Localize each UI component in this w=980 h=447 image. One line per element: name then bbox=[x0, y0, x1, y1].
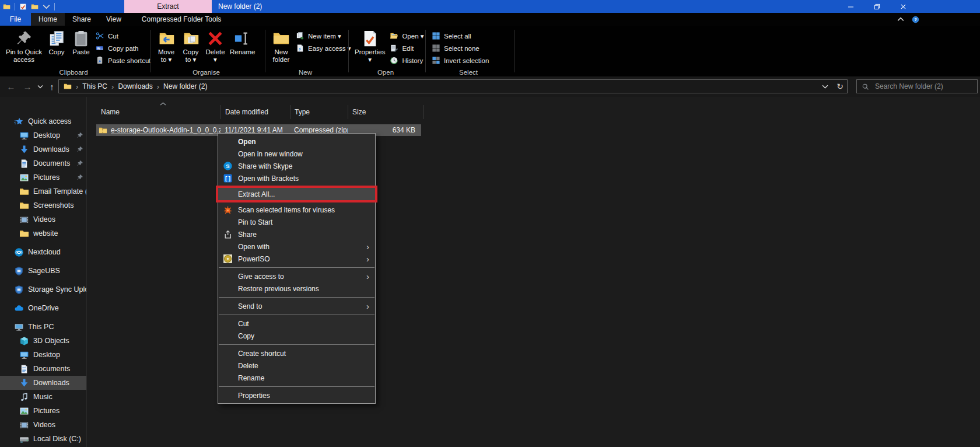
refresh-icon[interactable]: ↻ bbox=[836, 82, 844, 91]
ribbon-button[interactable]: W Copy path bbox=[96, 43, 151, 53]
ribbon-button[interactable]: Cut bbox=[96, 31, 151, 41]
context-menu-item[interactable]: Open in new window › bbox=[218, 148, 375, 160]
sidebar-item[interactable]: Pictures bbox=[0, 404, 86, 418]
breadcrumb-item[interactable]: Downloads bbox=[118, 82, 152, 90]
ribbon-button[interactable]: Paste bbox=[69, 28, 93, 65]
context-menu-item[interactable]: Restore previous versions › bbox=[218, 282, 375, 295]
context-menu-item[interactable]: Extract All... › bbox=[218, 188, 375, 200]
ribbon-button[interactable]: History bbox=[390, 55, 424, 65]
ribbon-tab[interactable]: Home bbox=[31, 13, 65, 26]
column-header[interactable]: Size bbox=[348, 105, 424, 119]
ribbon-button[interactable]: Properties▾ bbox=[352, 28, 387, 65]
help-icon[interactable]: ? bbox=[912, 16, 919, 23]
breadcrumb-item[interactable]: New folder (2) bbox=[163, 82, 207, 90]
sidebar-item[interactable]: Desktop bbox=[0, 128, 86, 142]
objects3d-icon bbox=[19, 336, 29, 346]
forward-icon[interactable]: → bbox=[21, 76, 34, 97]
context-menu-item[interactable]: Open › bbox=[218, 135, 375, 148]
context-menu-item[interactable]: Scan selected items for viruses › bbox=[218, 204, 375, 216]
context-menu-item[interactable]: Properties › bbox=[218, 389, 375, 401]
column-header[interactable]: Type bbox=[290, 105, 348, 119]
ribbon-button[interactable]: Select all bbox=[432, 31, 489, 41]
sidebar-item[interactable]: website bbox=[0, 226, 86, 240]
up-icon[interactable]: ↑ bbox=[46, 76, 58, 97]
ribbon-button[interactable]: Newfolder bbox=[269, 28, 293, 65]
ribbon-button[interactable]: Paste shortcut bbox=[96, 55, 151, 65]
ribbon-contextual-header-extract[interactable]: Extract bbox=[124, 0, 212, 13]
context-menu-item[interactable]: Delete › bbox=[218, 359, 375, 372]
chevron-up-icon[interactable] bbox=[897, 17, 904, 22]
back-icon[interactable]: ← bbox=[5, 76, 18, 97]
recent-locations-dropdown[interactable] bbox=[36, 76, 45, 97]
ribbon-button[interactable]: Open ▾ bbox=[390, 31, 424, 41]
ribbon-button[interactable]: Rename bbox=[228, 28, 257, 65]
ribbon-button[interactable]: Delete▾ bbox=[203, 28, 228, 65]
breadcrumb-item[interactable]: This PC bbox=[82, 82, 107, 90]
context-menu-item[interactable]: Open with › bbox=[218, 240, 375, 253]
ribbon-button[interactable]: Moveto ▾ bbox=[154, 28, 178, 65]
sidebar-item-label: Downloads bbox=[33, 379, 69, 387]
context-menu-item[interactable]: Copy › bbox=[218, 330, 375, 342]
context-menu-item[interactable]: [] Open with Brackets › bbox=[218, 172, 375, 184]
folder-icon[interactable] bbox=[3, 3, 10, 11]
ribbon-button[interactable]: Pin to Quickaccess bbox=[4, 28, 44, 65]
sidebar-item[interactable]: Downloads bbox=[0, 376, 86, 390]
column-header[interactable]: Date modified bbox=[220, 105, 290, 119]
context-menu-item[interactable]: PowerISO › bbox=[218, 253, 375, 265]
window-button[interactable] bbox=[890, 0, 916, 13]
tab-file[interactable]: File bbox=[0, 13, 31, 26]
ribbon-button[interactable]: New item ▾ bbox=[296, 31, 351, 41]
sidebar-item[interactable]: Nextcloud bbox=[0, 245, 86, 259]
context-menu-separator bbox=[219, 297, 374, 298]
search-box[interactable] bbox=[856, 79, 978, 93]
context-menu-item[interactable]: S Share with Skype › bbox=[218, 160, 375, 172]
chevron-down-icon[interactable] bbox=[43, 3, 50, 11]
ribbon-tab[interactable]: Compressed Folder Tools bbox=[134, 13, 229, 26]
sidebar-item[interactable]: SageUBS bbox=[0, 264, 86, 278]
sidebar-item[interactable]: Email Template (Flo bbox=[0, 184, 86, 198]
window-button[interactable] bbox=[864, 0, 890, 13]
antivirus-icon bbox=[223, 205, 233, 215]
ribbon-button[interactable]: Edit bbox=[390, 43, 424, 53]
folder-icon[interactable] bbox=[31, 3, 38, 11]
sidebar-item[interactable]: Videos bbox=[0, 418, 86, 432]
context-menu-item[interactable]: Cut › bbox=[218, 317, 375, 330]
ribbon-button[interactable]: Easy access ▾ bbox=[296, 43, 351, 53]
sidebar-item[interactable]: Downloads bbox=[0, 142, 86, 156]
sidebar-item[interactable]: Documents bbox=[0, 362, 86, 376]
sidebar-item-label: Desktop bbox=[33, 131, 60, 139]
ribbon-button[interactable]: Copy bbox=[44, 28, 69, 65]
sidebar-item[interactable]: Music bbox=[0, 390, 86, 404]
ribbon-tab[interactable]: View bbox=[99, 13, 129, 26]
context-menu-item[interactable]: Give access to › bbox=[218, 270, 375, 282]
sidebar-item[interactable]: Screenshots bbox=[0, 198, 86, 212]
sidebar-item[interactable]: OneDrive bbox=[0, 301, 86, 315]
sidebar-item[interactable]: Videos bbox=[0, 212, 86, 226]
sidebar-item[interactable]: This PC bbox=[0, 320, 86, 334]
breadcrumb[interactable]: › This PC › Downloads › New folder (2) ↻ bbox=[58, 79, 848, 93]
context-menu-item[interactable]: Rename › bbox=[218, 372, 375, 384]
context-menu-item[interactable]: Pin to Start › bbox=[218, 216, 375, 228]
context-menu-item[interactable]: Create shortcut › bbox=[218, 347, 375, 359]
chevron-down-icon[interactable] bbox=[822, 85, 828, 89]
ribbon-button[interactable]: Invert selection bbox=[432, 55, 489, 65]
sidebar-item[interactable]: Pictures bbox=[0, 170, 86, 184]
sidebar-item-label: Music bbox=[33, 393, 52, 401]
column-header[interactable]: Name bbox=[87, 105, 220, 119]
sidebar-item[interactable]: Local Disk (C:) bbox=[0, 432, 86, 446]
ribbon-button[interactable]: Select none bbox=[432, 43, 489, 53]
sidebar-item[interactable]: 3D Objects bbox=[0, 334, 86, 348]
qat-properties-icon[interactable] bbox=[19, 3, 27, 11]
sidebar-item[interactable]: Quick access bbox=[0, 114, 86, 128]
search-input[interactable] bbox=[874, 82, 972, 91]
window-button[interactable] bbox=[838, 0, 864, 13]
context-menu-item[interactable]: Send to › bbox=[218, 300, 375, 312]
sidebar-item[interactable]: Desktop bbox=[0, 348, 86, 362]
ribbon-tab[interactable]: Share bbox=[65, 13, 99, 26]
context-menu-item[interactable]: Share › bbox=[218, 228, 375, 240]
ribbon-button[interactable]: Copyto ▾ bbox=[178, 28, 203, 65]
sidebar-item[interactable]: Storage Sync Upload bbox=[0, 282, 86, 296]
sort-asc-icon[interactable] bbox=[160, 102, 166, 106]
sidebar-item[interactable]: Documents bbox=[0, 156, 86, 170]
close-icon bbox=[900, 4, 907, 10]
